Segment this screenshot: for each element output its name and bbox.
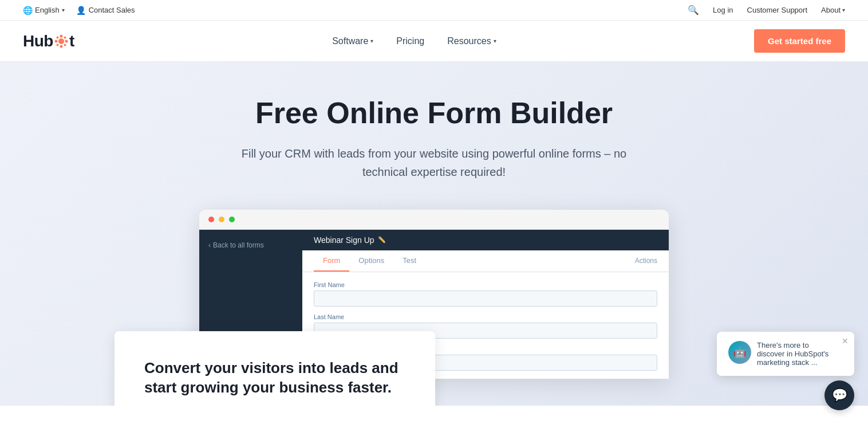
globe-icon: 🌐: [23, 6, 33, 15]
browser-dot-green: [229, 217, 235, 222]
nav-pricing[interactable]: Pricing: [387, 32, 433, 51]
form-title-bar: Webinar Sign Up ✏️: [302, 230, 669, 250]
hero-title: Free Online Form Builder: [228, 96, 640, 131]
tab-options[interactable]: Options: [349, 250, 393, 272]
hubspot-logo[interactable]: Hub t: [23, 32, 74, 50]
form-title-text: Webinar Sign Up ✏️: [314, 235, 386, 245]
nav-cta-button[interactable]: Get started free: [754, 29, 845, 53]
software-chevron-icon: ▾: [370, 38, 373, 44]
contact-sales-label: Contact Sales: [89, 6, 135, 14]
search-icon[interactable]: 🔍: [688, 5, 699, 15]
top-bar-right: 🔍 Log in Customer Support About ▾: [688, 5, 845, 15]
tab-form[interactable]: Form: [314, 250, 349, 272]
hubspot-sprocket-icon: [53, 33, 69, 49]
nav-software[interactable]: Software ▾: [323, 32, 382, 51]
chat-widget: 🤖 There's more to discover in HubSpot's …: [824, 380, 854, 406]
contact-sales-link[interactable]: 👤 Contact Sales: [76, 6, 135, 15]
top-bar-left: 🌐 English ▾ 👤 Contact Sales: [23, 6, 135, 15]
logo-text-hub: Hub: [23, 32, 53, 50]
back-to-forms-label: Back to all forms: [213, 241, 264, 249]
top-bar: 🌐 English ▾ 👤 Contact Sales 🔍 Log in Cus…: [0, 0, 868, 21]
overlay-card: Convert your visitors into leads and sta…: [115, 331, 435, 406]
software-label: Software: [332, 36, 368, 46]
language-label: English: [35, 6, 60, 14]
svg-point-4: [65, 40, 68, 42]
browser-chrome: [199, 210, 669, 230]
language-selector[interactable]: 🌐 English ▾: [23, 6, 65, 15]
first-name-label: First Name: [314, 281, 657, 288]
back-to-forms-btn[interactable]: ‹ Back to all forms: [199, 237, 302, 254]
edit-icon: ✏️: [378, 236, 386, 244]
login-link[interactable]: Log in: [713, 6, 733, 14]
hero-subtitle: Fill your CRM with leads from your websi…: [228, 144, 640, 181]
browser-dot-red: [208, 217, 214, 222]
resources-chevron-icon: ▾: [494, 38, 496, 44]
language-chevron-icon: ▾: [62, 7, 65, 13]
svg-point-2: [60, 45, 62, 48]
svg-point-1: [60, 34, 62, 37]
tab-test[interactable]: Test: [393, 250, 425, 272]
browser-dot-yellow: [219, 217, 224, 222]
svg-point-7: [56, 44, 58, 46]
svg-point-0: [58, 38, 64, 44]
chat-icon: 💬: [832, 388, 847, 403]
about-link[interactable]: About: [821, 6, 841, 14]
person-icon: 👤: [76, 6, 86, 15]
form-name-label: Webinar Sign Up: [314, 235, 374, 245]
overlay-card-title: Convert your visitors into leads and sta…: [144, 359, 405, 398]
chat-popup: 🤖 There's more to discover in HubSpot's …: [717, 332, 854, 376]
about-chevron-icon: ▾: [842, 7, 845, 13]
resources-label: Resources: [447, 36, 491, 46]
first-name-input[interactable]: [314, 290, 657, 307]
chat-popup-message: There's more to discover in HubSpot's ma…: [757, 341, 843, 367]
svg-point-5: [56, 36, 58, 38]
chat-avatar: 🤖: [728, 341, 751, 364]
svg-point-6: [64, 36, 66, 38]
form-tabs: Form Options Test Actions: [302, 250, 669, 272]
nav-resources[interactable]: Resources ▾: [438, 32, 505, 51]
main-nav: Hub t Software ▾ Pricing Res: [0, 21, 868, 62]
nav-links: Software ▾ Pricing Resources ▾: [323, 32, 506, 51]
hero-text-block: Free Online Form Builder Fill your CRM w…: [228, 96, 640, 181]
tab-actions[interactable]: Actions: [635, 251, 657, 270]
customer-support-link[interactable]: Customer Support: [747, 6, 808, 14]
pricing-label: Pricing: [396, 36, 424, 46]
logo-text-ot: t: [69, 32, 74, 50]
chat-close-icon[interactable]: ✕: [842, 336, 849, 346]
chat-bubble-button[interactable]: 💬: [824, 380, 854, 406]
svg-point-3: [54, 40, 57, 42]
about-dropdown[interactable]: About ▾: [821, 6, 845, 14]
back-arrow-icon: ‹: [208, 241, 211, 249]
last-name-label: Last Name: [314, 313, 657, 320]
first-name-field: First Name: [314, 281, 657, 307]
svg-point-8: [64, 44, 66, 46]
